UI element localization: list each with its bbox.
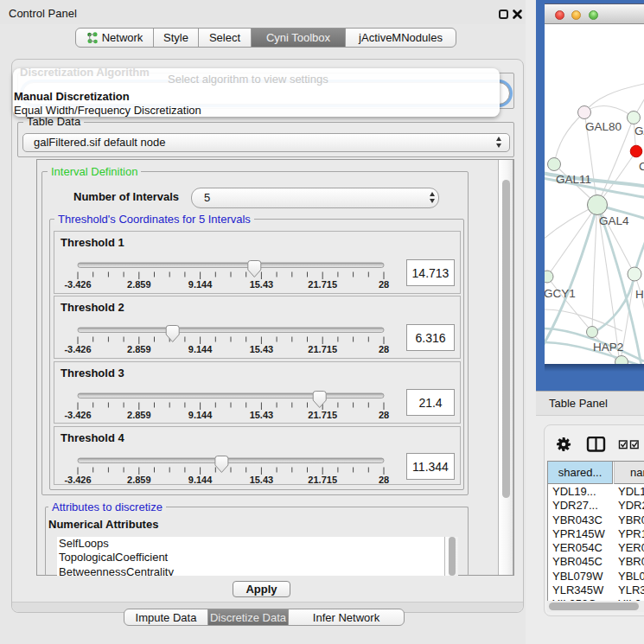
- svg-text:9.144: 9.144: [188, 410, 213, 420]
- svg-text:28: 28: [379, 475, 389, 485]
- svg-text:28: 28: [379, 344, 389, 354]
- svg-text:-3.426: -3.426: [64, 344, 91, 354]
- svg-text:2.859: 2.859: [127, 410, 151, 420]
- svg-text:-3.426: -3.426: [64, 475, 91, 485]
- svg-text:GAL11: GAL11: [556, 173, 591, 186]
- svg-text:GA: GA: [634, 124, 644, 137]
- svg-text:GAL80: GAL80: [585, 120, 622, 133]
- svg-text:-3.426: -3.426: [64, 410, 91, 420]
- svg-text:HAP2: HAP2: [593, 341, 623, 354]
- svg-text:21.715: 21.715: [308, 475, 337, 485]
- svg-text:GAL4: GAL4: [599, 214, 629, 227]
- svg-text:15.43: 15.43: [250, 475, 274, 485]
- svg-text:21.715: 21.715: [308, 279, 337, 290]
- svg-text:-3.426: -3.426: [64, 279, 91, 290]
- svg-text:2.859: 2.859: [127, 344, 151, 354]
- svg-text:H: H: [635, 288, 644, 301]
- svg-text:2.859: 2.859: [127, 475, 151, 485]
- svg-text:15.43: 15.43: [250, 279, 274, 290]
- svg-text:15.43: 15.43: [250, 410, 274, 420]
- svg-text:9.144: 9.144: [188, 279, 213, 290]
- svg-text:9.144: 9.144: [188, 475, 213, 485]
- svg-text:21.715: 21.715: [308, 344, 337, 354]
- svg-text:21.715: 21.715: [308, 410, 337, 420]
- svg-text:GCY1: GCY1: [545, 287, 576, 300]
- svg-text:C: C: [639, 160, 644, 173]
- svg-text:28: 28: [379, 279, 389, 290]
- svg-text:28: 28: [379, 410, 389, 420]
- svg-text:2.859: 2.859: [127, 279, 151, 290]
- svg-text:15.43: 15.43: [250, 344, 274, 354]
- svg-text:9.144: 9.144: [188, 344, 213, 354]
